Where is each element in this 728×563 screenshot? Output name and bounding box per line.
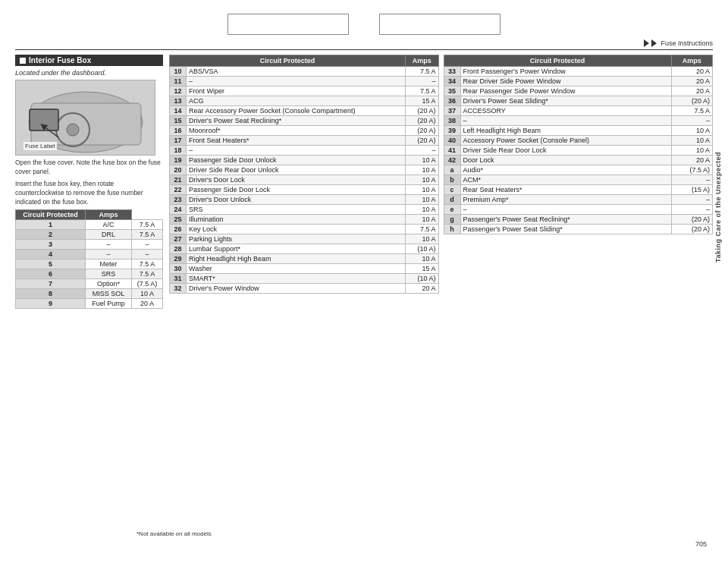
fuse-amps: 20 A xyxy=(671,67,712,77)
fuse-circuit: Rear Seat Heaters* xyxy=(460,185,671,195)
fuse-num: 6 xyxy=(16,269,86,279)
fuse-amps: 10 A xyxy=(671,136,712,146)
fuse-num: 32 xyxy=(170,284,187,294)
fuse-num: a xyxy=(444,165,460,175)
header-box-left xyxy=(228,14,349,35)
fuse-circuit: SRS xyxy=(86,269,132,279)
fuse-amps: 7.5 A xyxy=(406,86,438,96)
fuse-num: 21 xyxy=(170,175,187,185)
fuse-circuit: Driver's Door Unlock xyxy=(187,195,406,205)
table-row: 28 Lumbar Support* (10 A) xyxy=(170,244,439,254)
fuse-circuit: Driver's Power Window xyxy=(187,284,406,294)
fuse-num: 9 xyxy=(16,299,86,309)
fuse-amps: (20 A) xyxy=(671,215,712,225)
fuse-num: 34 xyxy=(444,77,460,86)
table-row: 20 Driver Side Rear Door Unlock 10 A xyxy=(170,165,439,175)
fuse-num: 20 xyxy=(170,165,187,175)
table-row: 36 Driver's Power Seat Sliding* (20 A) xyxy=(444,96,713,106)
table-row: 30 Washer 15 A xyxy=(170,264,439,274)
fuse-num: 12 xyxy=(170,86,187,96)
table-row: h Passenger's Power Seat Sliding* (20 A) xyxy=(444,225,713,234)
svg-rect-5 xyxy=(30,109,58,131)
table-row: 34 Rear Driver Side Power Window 20 A xyxy=(444,77,713,86)
fuse-circuit: Rear Accessory Power Socket (Console Com… xyxy=(187,106,406,116)
fuse-num: 25 xyxy=(170,215,187,225)
table-row: 40 Accessory Power Socket (Console Panel… xyxy=(444,136,713,146)
location-text: Located under the dashboard. xyxy=(15,69,163,77)
table-row: 37 ACCESSORY 7.5 A xyxy=(444,106,713,116)
fuse-num: 16 xyxy=(170,126,187,136)
fuse-num: 29 xyxy=(170,254,187,264)
fuse-num: 10 xyxy=(170,67,187,77)
fuse-num: 22 xyxy=(170,185,187,195)
middle-table-header-amps: Amps xyxy=(406,55,438,67)
section-title: Interior Fuse Box xyxy=(15,55,163,66)
fuse-circuit: Passenger's Power Seat Sliding* xyxy=(460,225,671,234)
fuse-circuit: ABS/VSA xyxy=(187,67,406,77)
fuse-amps: 10 A xyxy=(131,289,162,299)
description2: Insert the fuse box key, then rotate cou… xyxy=(15,180,163,207)
fuse-circuit: Lumbar Support* xyxy=(187,244,406,254)
fuse-amps: (10 A) xyxy=(406,274,438,284)
fuse-circuit: – xyxy=(86,240,132,250)
small-table-header-amps: Amps xyxy=(86,210,132,220)
fuse-amps: 10 A xyxy=(406,215,438,225)
fuse-num: 11 xyxy=(170,77,187,86)
fuse-circuit: A/C xyxy=(86,220,132,230)
fuse-amps: 7.5 A xyxy=(671,106,712,116)
page-number: 705 xyxy=(695,540,707,548)
table-row: g Passenger's Power Seat Reclining* (20 … xyxy=(444,215,713,225)
top-header xyxy=(15,14,713,35)
fuse-circuit: Passenger Side Door Unlock xyxy=(187,156,406,165)
interior-fuse-box-title: Interior Fuse Box xyxy=(29,56,91,64)
fuse-circuit: Parking Lights xyxy=(187,234,406,244)
fuse-amps: (15 A) xyxy=(671,185,712,195)
fuse-circuit: ACCESSORY xyxy=(460,106,671,116)
table-row: b ACM* – xyxy=(444,175,713,185)
fuse-num: 24 xyxy=(170,205,187,215)
page-container: Fuse Instructions Taking Care of the Une… xyxy=(0,0,728,563)
fuse-circuit: Option* xyxy=(86,279,132,289)
middle-table-panel: Circuit Protected Amps 10 ABS/VSA 7.5 A … xyxy=(169,55,439,309)
fuse-num: 26 xyxy=(170,225,187,234)
table-row: 32 Driver's Power Window 20 A xyxy=(170,284,439,294)
fuse-amps: – xyxy=(671,116,712,126)
fuse-amps: 7.5 A xyxy=(406,225,438,234)
fuse-amps: – xyxy=(131,240,162,250)
fuse-circuit: Driver's Power Seat Reclining* xyxy=(187,116,406,126)
fuse-num: 17 xyxy=(170,136,187,146)
fuse-num: 40 xyxy=(444,136,460,146)
fuse-amps: (20 A) xyxy=(406,116,438,126)
fuse-circuit: Driver's Power Seat Sliding* xyxy=(460,96,671,106)
fuse-amps: (20 A) xyxy=(671,96,712,106)
fuse-amps: (7.5 A) xyxy=(131,279,162,289)
fuse-circuit: Fuel Pump xyxy=(86,299,132,309)
square-icon xyxy=(20,58,26,64)
table-row: 18 – – xyxy=(170,146,439,156)
nav-icons: Fuse Instructions xyxy=(644,39,713,47)
fuse-circuit: Moonroof* xyxy=(187,126,406,136)
fuse-circuit: – xyxy=(460,205,671,215)
fuse-num: 15 xyxy=(170,116,187,126)
table-row: 6 SRS 7.5 A xyxy=(16,269,163,279)
fuse-num: 31 xyxy=(170,274,187,284)
fuse-num: 3 xyxy=(16,240,86,250)
fuse-amps: 10 A xyxy=(406,185,438,195)
table-row: 8 MISS SOL 10 A xyxy=(16,289,163,299)
fuse-num: 38 xyxy=(444,116,460,126)
table-row: 27 Parking Lights 10 A xyxy=(170,234,439,244)
fuse-amps: 20 A xyxy=(406,284,438,294)
table-row: 29 Right Headlight High Beam 10 A xyxy=(170,254,439,264)
table-row: 24 SRS 10 A xyxy=(170,205,439,215)
fuse-num: 4 xyxy=(16,250,86,259)
table-row: 2 DRL 7.5 A xyxy=(16,230,163,240)
table-row: 38 – – xyxy=(444,116,713,126)
fuse-amps: 10 A xyxy=(406,234,438,244)
fuse-num: 42 xyxy=(444,156,460,165)
fuse-circuit: Rear Driver Side Power Window xyxy=(460,77,671,86)
fuse-num: d xyxy=(444,195,460,205)
fuse-circuit: Passenger Side Door Lock xyxy=(187,185,406,195)
fuse-circuit: ACG xyxy=(187,96,406,106)
nav-area: Fuse Instructions xyxy=(15,39,713,50)
fuse-circuit: DRL xyxy=(86,230,132,240)
